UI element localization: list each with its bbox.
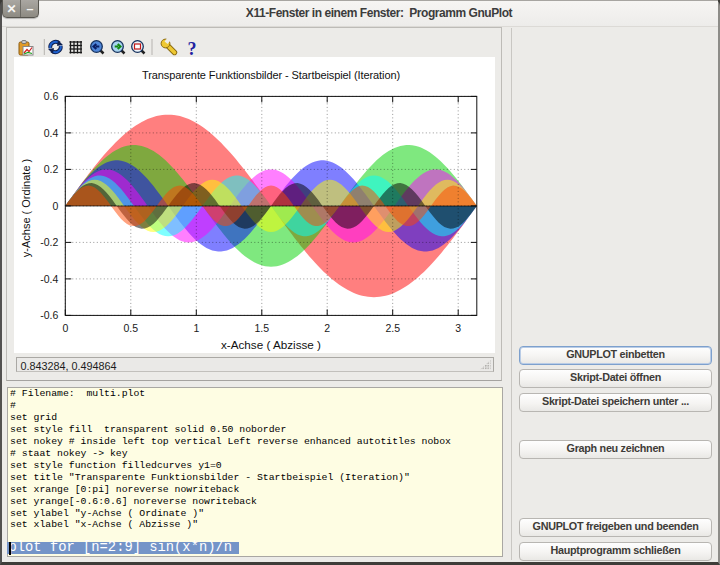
svg-text:-0.2: -0.2 [40,236,58,248]
svg-text:0.6: 0.6 [44,90,59,102]
svg-text:Transparente Funktionsbilder -: Transparente Funktionsbilder - Startbeis… [142,69,400,81]
svg-text:3: 3 [455,322,461,334]
svg-text:?: ? [188,39,197,59]
svg-text:2: 2 [324,322,330,334]
svg-text:0: 0 [52,200,58,212]
svg-text:1: 1 [193,322,199,334]
svg-text:0.4: 0.4 [44,127,59,139]
svg-text:1.5: 1.5 [254,322,269,334]
svg-text:-0.4: -0.4 [40,273,58,285]
svg-text:y-Achse ( Ordinate ): y-Achse ( Ordinate ) [20,159,32,257]
svg-text:-0.6: -0.6 [40,309,58,321]
svg-text:0: 0 [62,322,68,334]
svg-text:2.5: 2.5 [385,322,400,334]
svg-text:x-Achse ( Abzisse ): x-Achse ( Abzisse ) [221,338,321,351]
svg-text:0.2: 0.2 [44,163,59,175]
svg-text:0.5: 0.5 [123,322,138,334]
